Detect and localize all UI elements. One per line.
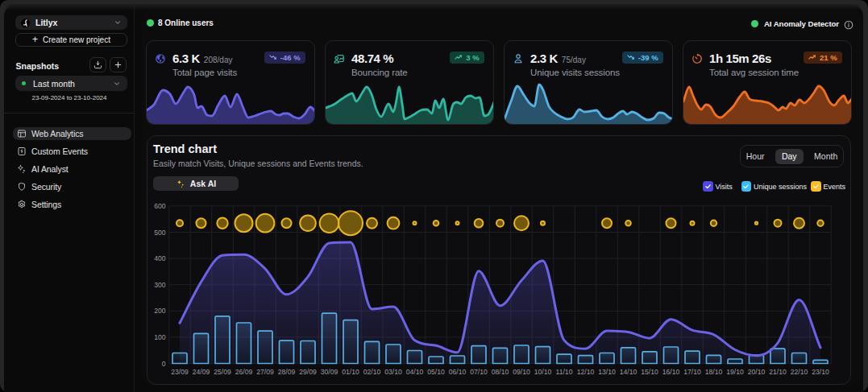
svg-text:29/09: 29/09 — [299, 368, 317, 376]
svg-text:23/10: 23/10 — [812, 368, 829, 376]
svg-text:03/10: 03/10 — [384, 368, 402, 376]
svg-text:16/10: 16/10 — [662, 368, 680, 376]
svg-text:22/10: 22/10 — [791, 368, 808, 376]
svg-text:08/10: 08/10 — [492, 368, 509, 376]
svg-text:14/10: 14/10 — [620, 368, 638, 376]
svg-text:25/09: 25/09 — [214, 368, 231, 376]
svg-text:09/10: 09/10 — [513, 368, 530, 376]
svg-text:27/09: 27/09 — [256, 368, 274, 376]
svg-text:10/10: 10/10 — [534, 368, 552, 376]
svg-text:0: 0 — [162, 360, 166, 368]
svg-text:15/10: 15/10 — [641, 368, 658, 376]
svg-text:600: 600 — [154, 202, 166, 210]
svg-text:11/10: 11/10 — [556, 368, 573, 376]
svg-text:23/09: 23/09 — [171, 368, 189, 376]
svg-text:400: 400 — [154, 254, 166, 262]
svg-text:24/09: 24/09 — [193, 368, 210, 376]
svg-text:26/09: 26/09 — [235, 368, 253, 376]
svg-text:20/10: 20/10 — [748, 368, 766, 376]
svg-text:19/10: 19/10 — [726, 368, 744, 376]
svg-text:17/10: 17/10 — [683, 368, 701, 376]
svg-text:30/09: 30/09 — [321, 368, 338, 376]
svg-text:18/10: 18/10 — [705, 368, 723, 376]
svg-text:04/10: 04/10 — [406, 368, 424, 376]
svg-text:300: 300 — [154, 281, 166, 289]
svg-text:02/10: 02/10 — [363, 368, 381, 376]
svg-text:21/10: 21/10 — [769, 368, 787, 376]
svg-text:13/10: 13/10 — [598, 368, 616, 376]
svg-text:01/10: 01/10 — [342, 368, 359, 376]
svg-text:05/10: 05/10 — [427, 368, 445, 376]
svg-text:07/10: 07/10 — [470, 368, 488, 376]
svg-text:12/10: 12/10 — [577, 368, 595, 376]
svg-text:500: 500 — [154, 229, 166, 237]
svg-text:100: 100 — [154, 333, 166, 341]
svg-text:28/09: 28/09 — [278, 368, 296, 376]
svg-text:06/10: 06/10 — [449, 368, 467, 376]
svg-text:200: 200 — [154, 307, 166, 315]
